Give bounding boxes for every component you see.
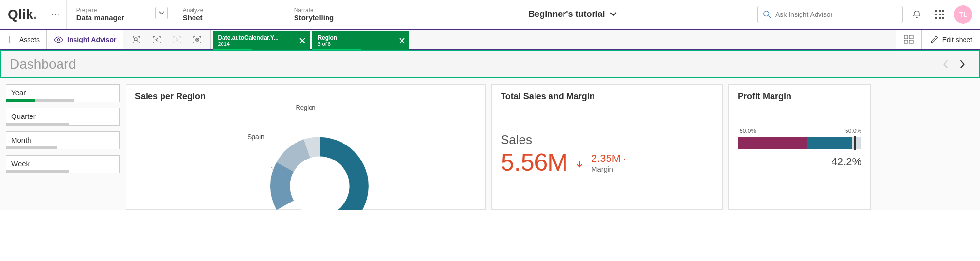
search-icon [763, 10, 772, 19]
gauge-marker [854, 136, 856, 150]
panel-icon [7, 36, 15, 44]
selection-clear-icon [193, 35, 202, 44]
total-sales-margin-kpi[interactable]: Total Sales and Margin Sales 5.56M 2.35M… [491, 84, 723, 210]
sheets-grid-icon [904, 35, 914, 44]
selection-chip-close[interactable] [395, 31, 409, 50]
smart-search-button[interactable] [127, 31, 146, 48]
selection-toolbar: Assets Insight Advisor Date.autoCalendar… [0, 29, 980, 50]
profit-margin-gauge[interactable]: Profit Margin -50.0% 50.0% 42.2% [728, 84, 871, 210]
grid-icon [935, 10, 944, 19]
bell-icon [912, 10, 921, 19]
nav-prepare[interactable]: Prepare Data manager [66, 0, 173, 29]
selection-chip-sub: 3 of 6 [317, 41, 390, 47]
chevron-down-icon [610, 12, 617, 16]
selection-chip-title: Date.autoCalendar.Y... [218, 34, 290, 41]
user-avatar[interactable]: TL [954, 5, 972, 24]
svg-rect-9 [939, 17, 941, 19]
svg-rect-10 [942, 17, 944, 19]
sheet-body: Year Quarter Month Week Sales per Region… [0, 78, 980, 210]
svg-rect-26 [909, 40, 913, 44]
logo-text: lik [18, 7, 33, 22]
sheet-title-bar: Dashboard [0, 50, 980, 78]
gauge-max-label: 50.0% [845, 128, 861, 134]
filter-label: Month [11, 136, 31, 144]
selection-chip-date[interactable]: Date.autoCalendar.Y... 2014 [213, 31, 310, 50]
nav-narrate-label: Narrate [294, 7, 386, 14]
filter-label: Quarter [11, 112, 36, 120]
donut-chart-svg [242, 133, 397, 210]
sales-per-region-chart[interactable]: Sales per Region Region Spain 13.2% [126, 84, 486, 210]
kpi-title: Total Sales and Margin [501, 91, 713, 102]
chart-title: Sales per Region [135, 91, 476, 102]
selection-chip-title: Region [317, 34, 390, 41]
kpi-sales-label: Sales [501, 132, 713, 147]
insight-label: Insight Advisor [67, 36, 116, 44]
clear-selections-button[interactable] [188, 31, 207, 48]
app-title-dropdown[interactable]: Beginner's tutorial [395, 0, 750, 29]
svg-rect-8 [935, 17, 937, 19]
sheets-overview-button[interactable] [896, 30, 921, 49]
sheet-title-text: Dashboard [10, 57, 937, 72]
chevron-left-icon [943, 60, 949, 69]
filter-label: Week [11, 160, 30, 168]
svg-rect-6 [939, 14, 941, 15]
filter-week[interactable]: Week [6, 155, 120, 173]
selection-forward-icon [172, 35, 182, 44]
chart-dimension-label: Region [296, 104, 315, 111]
selection-chip-close[interactable] [295, 31, 310, 50]
svg-rect-24 [909, 35, 913, 39]
svg-rect-23 [904, 35, 908, 39]
logo-q: Q [8, 7, 18, 22]
eye-icon [54, 36, 63, 43]
next-sheet-button[interactable] [954, 56, 970, 72]
avatar-initials: TL [959, 11, 967, 18]
insight-advisor-button[interactable]: Insight Advisor [47, 30, 123, 49]
selection-chip-region[interactable]: Region 3 of 6 [312, 31, 409, 50]
svg-line-1 [769, 15, 771, 18]
filter-quarter[interactable]: Quarter [6, 108, 120, 126]
nav-narrate-value: Storytelling [294, 14, 386, 22]
assets-panel-toggle[interactable]: Assets [0, 30, 47, 49]
insight-search-input[interactable] [775, 11, 897, 18]
prev-sheet-button [937, 56, 954, 72]
chevron-down-icon [159, 11, 164, 15]
edit-sheet-label: Edit sheet [942, 36, 972, 44]
selection-chip-sub: 2014 [218, 41, 290, 47]
gauge-title: Profit Margin [738, 91, 861, 102]
filter-month[interactable]: Month [6, 131, 120, 149]
filter-year[interactable]: Year [6, 84, 120, 102]
selection-tool-buttons [123, 30, 211, 49]
svg-rect-25 [904, 40, 908, 44]
svg-rect-11 [7, 36, 15, 44]
close-icon [399, 38, 405, 44]
svg-point-13 [58, 39, 60, 41]
gauge-value: 42.2% [738, 156, 861, 168]
selection-search-icon [132, 35, 141, 44]
nav-prepare-label: Prepare [76, 7, 163, 14]
gauge-bar [738, 137, 861, 149]
trend-down-icon [576, 160, 583, 168]
nav-prepare-dropdown[interactable] [155, 7, 168, 19]
nav-narrate[interactable]: Narrate Storytelling [284, 0, 395, 29]
nav-analyze-value: Sheet [183, 14, 274, 22]
svg-rect-3 [939, 10, 941, 12]
close-icon [299, 38, 305, 44]
svg-point-14 [134, 38, 137, 41]
step-back-button[interactable] [148, 31, 166, 48]
nav-analyze[interactable]: Analyze Sheet [173, 0, 284, 29]
more-menu-button[interactable]: ⋯ [45, 0, 66, 29]
chevron-right-icon [959, 60, 965, 69]
kpi-sales-value: 5.56M [501, 148, 568, 176]
insight-search-box[interactable] [757, 6, 903, 23]
selection-back-icon [152, 35, 162, 44]
svg-line-15 [137, 41, 139, 42]
nav-prepare-value: Data manager [76, 14, 163, 22]
qlik-logo[interactable]: Qlik. [0, 0, 45, 29]
kpi-margin-label: Margin [591, 165, 625, 173]
edit-sheet-button[interactable]: Edit sheet [921, 30, 980, 49]
apps-grid-button[interactable] [931, 5, 949, 24]
app-title: Beginner's tutorial [528, 9, 605, 19]
notifications-button[interactable] [907, 5, 926, 24]
assets-label: Assets [19, 36, 40, 44]
svg-rect-2 [935, 10, 937, 12]
